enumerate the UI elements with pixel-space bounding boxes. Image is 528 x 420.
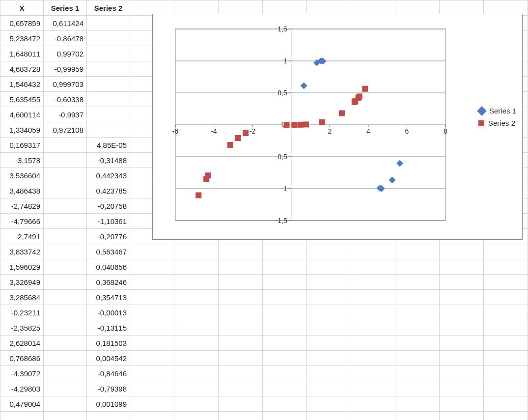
empty-cell[interactable] (263, 244, 307, 259)
cell-s1[interactable] (44, 290, 87, 305)
empty-cell[interactable] (484, 259, 528, 275)
empty-cell[interactable] (219, 351, 263, 366)
empty-cell[interactable] (263, 290, 307, 305)
empty-header[interactable] (351, 0, 395, 16)
cell-s2[interactable]: 0,181503 (87, 336, 130, 351)
empty-cell[interactable] (395, 381, 440, 396)
empty-cell[interactable] (130, 320, 174, 336)
cell-x[interactable]: -2,35825 (0, 320, 44, 336)
cell-s1[interactable] (44, 183, 87, 198)
cell-s1[interactable] (44, 198, 87, 214)
empty-cell[interactable] (351, 275, 395, 290)
cell-x[interactable]: -0,23211 (0, 305, 44, 320)
empty-cell[interactable] (440, 351, 484, 366)
cell-s1[interactable]: -0,60338 (44, 92, 87, 107)
empty-cell[interactable] (307, 396, 351, 412)
empty-cell[interactable] (484, 305, 528, 320)
cell-s2[interactable]: -0,31488 (87, 153, 130, 168)
empty-cell[interactable] (219, 244, 263, 259)
empty-cell[interactable] (174, 381, 219, 396)
empty-cell[interactable] (219, 412, 263, 420)
empty-cell[interactable] (130, 305, 174, 320)
empty-cell[interactable] (440, 275, 484, 290)
empty-cell[interactable] (395, 351, 440, 366)
empty-cell[interactable] (307, 259, 351, 275)
empty-cell[interactable] (440, 396, 484, 412)
empty-cell[interactable] (440, 305, 484, 320)
empty-cell[interactable] (174, 259, 219, 275)
empty-cell[interactable] (395, 336, 440, 351)
cell-x[interactable]: 3,833742 (0, 244, 44, 259)
empty-header[interactable] (484, 0, 528, 16)
empty-cell[interactable] (484, 244, 528, 259)
cell-s2[interactable] (87, 92, 130, 107)
empty-cell[interactable] (263, 320, 307, 336)
empty-cell[interactable] (130, 275, 174, 290)
cell-s2[interactable] (87, 16, 130, 31)
scatter-chart[interactable]: -6-4-224680-1,5-1-0,50,511,5 Series 1 Se… (152, 14, 523, 240)
empty-cell[interactable] (130, 412, 174, 420)
cell-s2[interactable]: -0,79398 (87, 381, 130, 396)
empty-header[interactable] (174, 0, 219, 16)
empty-header[interactable] (440, 0, 484, 16)
empty-cell[interactable] (440, 290, 484, 305)
empty-cell[interactable] (484, 366, 528, 381)
col-header-s2[interactable]: Series 2 (87, 0, 130, 16)
empty-cell[interactable] (395, 396, 440, 412)
cell-x[interactable]: 4,600114 (0, 107, 44, 122)
cell-x[interactable]: 1,596029 (0, 259, 44, 275)
cell-s1[interactable]: 0,999703 (44, 77, 87, 92)
empty-cell[interactable] (440, 336, 484, 351)
cell-s1[interactable]: -0,86478 (44, 31, 87, 46)
cell-s2[interactable]: 0,040656 (87, 259, 130, 275)
empty-cell[interactable] (0, 412, 44, 420)
empty-cell[interactable] (174, 351, 219, 366)
empty-cell[interactable] (440, 259, 484, 275)
cell-s1[interactable] (44, 168, 87, 183)
empty-cell[interactable] (130, 351, 174, 366)
empty-cell[interactable] (484, 396, 528, 412)
empty-cell[interactable] (351, 396, 395, 412)
empty-cell[interactable] (395, 366, 440, 381)
cell-x[interactable]: 0,169317 (0, 138, 44, 153)
empty-cell[interactable] (351, 366, 395, 381)
empty-cell[interactable] (307, 275, 351, 290)
empty-cell[interactable] (484, 412, 528, 420)
empty-cell[interactable] (219, 305, 263, 320)
empty-cell[interactable] (174, 366, 219, 381)
cell-x[interactable]: 1,648011 (0, 46, 44, 61)
cell-x[interactable]: 1,334059 (0, 122, 44, 138)
cell-s2[interactable]: 0,423785 (87, 183, 130, 198)
empty-cell[interactable] (351, 290, 395, 305)
empty-cell[interactable] (351, 259, 395, 275)
empty-cell[interactable] (395, 320, 440, 336)
empty-cell[interactable] (130, 290, 174, 305)
cell-s2[interactable] (87, 61, 130, 77)
empty-cell[interactable] (395, 275, 440, 290)
empty-cell[interactable] (263, 275, 307, 290)
empty-cell[interactable] (219, 320, 263, 336)
empty-cell[interactable] (130, 396, 174, 412)
empty-cell[interactable] (484, 275, 528, 290)
empty-cell[interactable] (263, 336, 307, 351)
cell-x[interactable]: 4,683728 (0, 61, 44, 77)
cell-s1[interactable] (44, 275, 87, 290)
cell-s1[interactable] (44, 396, 87, 412)
cell-s1[interactable]: 0,972108 (44, 122, 87, 138)
cell-x[interactable]: 0,657859 (0, 16, 44, 31)
cell-s2[interactable]: 0,368246 (87, 275, 130, 290)
cell-x[interactable]: -4,79666 (0, 214, 44, 229)
empty-cell[interactable] (219, 336, 263, 351)
empty-cell[interactable] (307, 336, 351, 351)
empty-cell[interactable] (307, 244, 351, 259)
col-header-x[interactable]: X (0, 0, 44, 16)
empty-header[interactable] (219, 0, 263, 16)
empty-cell[interactable] (263, 396, 307, 412)
empty-cell[interactable] (307, 320, 351, 336)
empty-cell[interactable] (395, 259, 440, 275)
empty-cell[interactable] (44, 412, 87, 420)
empty-cell[interactable] (130, 259, 174, 275)
empty-cell[interactable] (219, 259, 263, 275)
empty-cell[interactable] (174, 336, 219, 351)
cell-x[interactable]: 5,238472 (0, 31, 44, 46)
